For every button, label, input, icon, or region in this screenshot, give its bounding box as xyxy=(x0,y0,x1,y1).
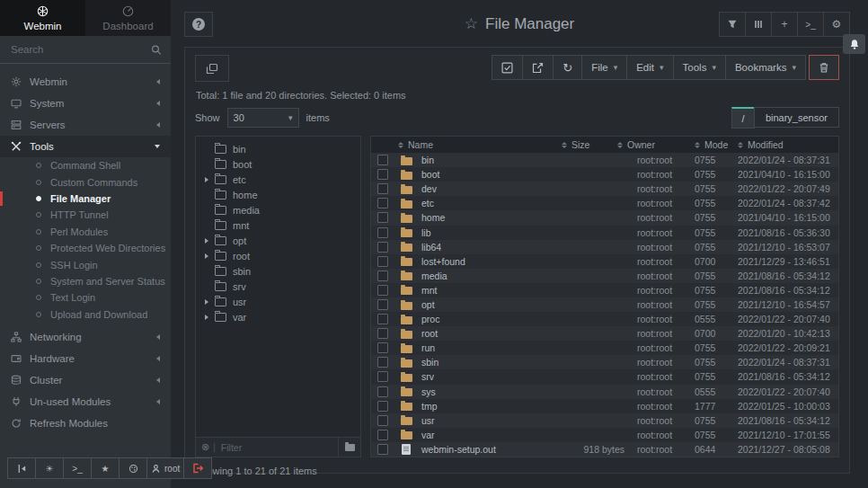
table-row[interactable]: root root:root 0700 2022/01/20 - 10:42:1… xyxy=(371,326,838,341)
file-name[interactable]: dev xyxy=(418,183,549,194)
page-size-select[interactable]: 30 ▾ xyxy=(227,108,299,128)
table-row[interactable]: home root:root 0755 2021/04/10 - 16:15:0… xyxy=(371,210,838,225)
row-checkbox[interactable] xyxy=(377,271,388,281)
row-checkbox[interactable] xyxy=(377,357,388,368)
row-checkbox[interactable] xyxy=(377,328,388,339)
row-checkbox[interactable] xyxy=(377,371,388,382)
table-row[interactable]: etc root:root 0755 2022/01/24 - 08:37:42 xyxy=(371,196,838,210)
sidebar-item-webmin[interactable]: Webmin xyxy=(0,71,171,93)
column-header-name[interactable]: Name xyxy=(371,139,562,150)
sidebar-item-perl-modules[interactable]: Perl Modules xyxy=(0,224,171,240)
tree-item[interactable]: home xyxy=(196,187,360,202)
row-checkbox[interactable] xyxy=(377,430,388,440)
table-row[interactable]: tmp root:root 1777 2022/01/25 - 10:00:03 xyxy=(371,399,838,413)
sidebar-item-refresh-modules[interactable]: Refresh Modules xyxy=(0,413,171,434)
sidebar-item-http-tunnel[interactable]: HTTP Tunnel xyxy=(0,207,171,223)
menu-file[interactable]: File▾ xyxy=(581,55,627,80)
menu-tools[interactable]: Tools▾ xyxy=(673,55,726,80)
tree-item[interactable]: root xyxy=(196,248,360,263)
table-row[interactable]: sbin root:root 0755 2022/01/24 - 08:37:3… xyxy=(371,355,838,369)
select-all-button[interactable] xyxy=(492,55,523,80)
notifications-tab[interactable] xyxy=(843,34,865,54)
table-row[interactable]: sys root:root 0555 2022/01/22 - 20:07:40 xyxy=(371,385,838,399)
file-name[interactable]: opt xyxy=(418,299,549,310)
file-name[interactable]: home xyxy=(418,212,549,223)
sidebar-item-system-server-status[interactable]: System and Server Status xyxy=(0,273,171,289)
tab-dashboard[interactable]: Dashboard xyxy=(85,0,171,36)
favorite-star-icon[interactable]: ☆ xyxy=(465,14,478,33)
export-button[interactable] xyxy=(522,55,554,80)
expand-arrow-icon[interactable] xyxy=(205,315,208,320)
new-tab-button[interactable]: + xyxy=(771,12,798,37)
file-name[interactable]: webmin-setup.out xyxy=(418,444,549,455)
table-row[interactable]: run root:root 0755 2022/01/22 - 20:09:21 xyxy=(371,341,838,355)
sidebar-item-system[interactable]: System xyxy=(0,93,171,114)
sidebar-item-ssh-login[interactable]: SSH Login xyxy=(0,256,171,272)
row-checkbox[interactable] xyxy=(377,285,388,296)
sidebar-item-tools[interactable]: Tools xyxy=(0,136,171,157)
expand-arrow-icon[interactable] xyxy=(205,299,208,305)
sidebar-item-hardware[interactable]: Hardware xyxy=(0,348,171,369)
expand-arrow-icon[interactable] xyxy=(205,177,208,182)
table-row[interactable]: lib root:root 0755 2021/08/16 - 05:36:30 xyxy=(371,226,838,240)
shell-button[interactable]: >_ xyxy=(797,12,824,37)
file-name[interactable]: bin xyxy=(418,155,549,165)
expand-arrow-icon[interactable] xyxy=(205,238,208,244)
sidebar-item-upload-download[interactable]: Upload and Download xyxy=(0,306,171,323)
table-row[interactable]: mnt root:root 0755 2021/08/16 - 05:34:12 xyxy=(371,283,838,297)
table-row[interactable]: bin root:root 0755 2022/01/24 - 08:37:31 xyxy=(371,153,838,167)
tree-item[interactable]: etc xyxy=(196,172,360,187)
file-name[interactable]: etc xyxy=(418,198,549,209)
row-checkbox[interactable] xyxy=(377,169,388,180)
file-name[interactable]: root xyxy=(418,328,549,339)
tree-item[interactable]: var xyxy=(196,309,360,324)
table-row[interactable]: proc root:root 0555 2022/01/22 - 20:07:4… xyxy=(371,312,838,326)
row-checkbox[interactable] xyxy=(377,415,388,426)
row-checkbox[interactable] xyxy=(377,242,388,253)
tree-item[interactable]: usr xyxy=(196,294,360,309)
table-row[interactable]: media root:root 0755 2021/08/16 - 05:34:… xyxy=(371,269,838,283)
columns-button[interactable] xyxy=(745,12,772,37)
terminal-button[interactable]: >_ xyxy=(63,457,92,479)
row-checkbox[interactable] xyxy=(377,256,388,267)
column-header-owner[interactable]: Owner xyxy=(617,139,675,150)
column-header-modified[interactable]: Modified xyxy=(738,139,838,150)
table-row[interactable]: srv root:root 0755 2021/08/16 - 05:34:12 xyxy=(371,369,838,384)
sidebar-item-servers[interactable]: Servers xyxy=(0,114,171,136)
expand-arrow-icon[interactable] xyxy=(205,253,208,259)
tree-filter-input[interactable] xyxy=(219,441,338,454)
row-checkbox[interactable] xyxy=(377,155,388,165)
tree-item[interactable]: boot xyxy=(196,156,360,172)
file-name[interactable]: var xyxy=(418,430,549,440)
paste-buffer-button[interactable] xyxy=(195,55,229,82)
sidebar-item-command-shell[interactable]: Command Shell xyxy=(0,157,171,173)
tree-item[interactable]: media xyxy=(196,202,360,217)
file-name[interactable]: media xyxy=(418,271,549,281)
trash-button[interactable] xyxy=(809,55,839,80)
sidebar-item-cluster[interactable]: Cluster xyxy=(0,369,171,391)
clear-filter-icon[interactable]: ⊗ xyxy=(201,441,209,453)
sidebar-item-file-manager[interactable]: File Manager xyxy=(0,191,171,207)
row-checkbox[interactable] xyxy=(377,342,388,353)
table-row[interactable]: lost+found root:root 0700 2021/12/29 - 1… xyxy=(371,254,838,269)
file-name[interactable]: run xyxy=(418,342,549,353)
file-name[interactable]: usr xyxy=(418,415,549,426)
logout-button[interactable] xyxy=(183,457,212,479)
table-row[interactable]: dev root:root 0755 2022/01/22 - 20:07:49 xyxy=(371,182,838,196)
settings-button[interactable]: ⚙ xyxy=(823,12,850,37)
tree-item[interactable]: bin xyxy=(196,141,360,156)
sort-icon[interactable] xyxy=(695,142,700,148)
menu-edit[interactable]: Edit▾ xyxy=(626,55,673,80)
file-name[interactable]: proc xyxy=(418,314,549,324)
row-checkbox[interactable] xyxy=(377,227,388,238)
tab-webmin[interactable]: Webmin xyxy=(0,0,85,36)
row-checkbox[interactable] xyxy=(377,401,388,412)
file-name[interactable]: lib64 xyxy=(418,242,549,253)
filter-button[interactable] xyxy=(719,12,746,37)
sidebar-item-text-login[interactable]: Text Login xyxy=(0,289,171,306)
collapse-sidebar-button[interactable] xyxy=(7,457,36,479)
tree-item[interactable]: mnt xyxy=(196,217,360,233)
sidebar-item-protected-web-directories[interactable]: Protected Web Directories xyxy=(0,240,171,256)
sort-icon[interactable] xyxy=(562,142,567,148)
sidebar-item-networking[interactable]: Networking xyxy=(0,326,171,348)
